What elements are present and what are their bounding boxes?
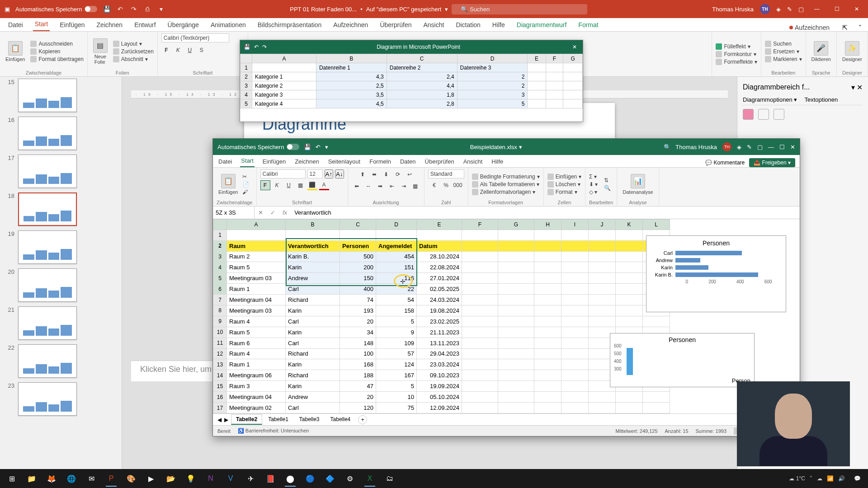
xl-namebox[interactable]: 5Z x 3S [213, 206, 255, 219]
xl-delete-cells[interactable]: Löschen ▾ [547, 181, 581, 188]
section-button[interactable]: Abschnitt ▾ [113, 56, 154, 62]
save-icon[interactable]: 💾 [103, 5, 111, 13]
col-header-K[interactable]: K [616, 220, 643, 230]
fill-icon[interactable] [743, 109, 754, 120]
tb-obs[interactable]: ⬤ [281, 470, 299, 487]
xl-tab-seitenlayout[interactable]: Seitenlayout [327, 156, 362, 167]
underline-button[interactable]: U [185, 45, 195, 55]
xl-bold-button[interactable]: F [260, 180, 270, 190]
search-box[interactable]: 🔍 Suchen [452, 4, 587, 14]
start-button[interactable]: ⊞ [3, 470, 21, 487]
layout-button[interactable]: Layout ▾ [113, 41, 154, 47]
tab-bildschirm[interactable]: Bildschirmpräsentation [256, 19, 324, 31]
slide-thumb-15[interactable]: 15 [4, 79, 118, 112]
xl-align-bot[interactable]: ⬇ [381, 169, 391, 179]
xl-autosum[interactable]: Σ ▾ [589, 174, 598, 180]
reset-button[interactable]: Zurücksetzen [113, 48, 154, 55]
col-header-I[interactable]: I [561, 220, 589, 230]
italic-button[interactable]: K [173, 45, 183, 55]
tab-animationen[interactable]: Animationen [209, 19, 248, 31]
col-header-D[interactable]: D [376, 220, 417, 230]
xl-embedded-chart-2[interactable]: Personen 600500400300 Person [610, 333, 755, 387]
xl-undo-icon[interactable]: ↶ [316, 144, 321, 150]
collapse-ribbon-icon[interactable]: ˅ [859, 24, 862, 31]
xl-fillcolor-button[interactable]: ⬛ [307, 180, 317, 190]
xl-minimize-button[interactable]: — [768, 144, 774, 150]
qat-dropdown-icon[interactable]: ▾ [157, 5, 165, 13]
weather-widget[interactable]: ☁ 1°C [789, 475, 805, 482]
col-header-F[interactable]: F [462, 220, 498, 230]
tab-dictation[interactable]: Dictation [454, 19, 482, 31]
xl-tab-formeln[interactable]: Formeln [368, 156, 392, 167]
xl-tab-zeichnen[interactable]: Zeichnen [294, 156, 320, 167]
tab-ansicht[interactable]: Ansicht [421, 19, 446, 31]
xl-wrap[interactable]: ↩ [405, 169, 415, 179]
tab-uebergaenge[interactable]: Übergänge [166, 19, 201, 31]
xl-embedded-chart-1[interactable]: Personen CarlAndrewKarinKarin B. 0200400… [646, 235, 786, 312]
xl-user-avatar[interactable]: TH [722, 142, 731, 151]
paste-button[interactable]: 📋Einfügen [4, 40, 27, 63]
datasheet-close-button[interactable]: ✕ [570, 44, 579, 50]
xl-tab-start[interactable]: Start [240, 155, 254, 167]
xl-autosave-toggle[interactable] [287, 144, 299, 150]
xl-window-icon[interactable]: ▢ [757, 144, 763, 150]
xl-fill[interactable]: ⬇ ▾ [589, 181, 598, 188]
autosave-toggle[interactable]: Automatisches Speichern [15, 6, 97, 13]
col-header-A[interactable]: A [227, 220, 286, 230]
col-header-L[interactable]: L [643, 220, 670, 230]
ds-save-icon[interactable]: 💾 [244, 44, 250, 50]
xl-font-select[interactable]: Calibri [260, 169, 306, 178]
tab-start[interactable]: Start [33, 18, 50, 31]
xl-cond-format[interactable]: Bedingte Formatierung ▾ [472, 174, 540, 180]
ds-undo-icon[interactable]: ↶ [254, 44, 259, 50]
xl-status-access[interactable]: ♿ Barrierefreiheit: Untersuchen [238, 428, 309, 434]
xl-cell-styles[interactable]: Zellenformatvorlagen ▾ [472, 189, 540, 195]
slide-thumb-20[interactable]: 20 [4, 268, 118, 302]
tab-entwurf[interactable]: Entwurf [132, 19, 157, 31]
tb-app3[interactable]: 💡 [182, 470, 200, 487]
shape-fill-button[interactable]: Fülleffekt ▾ [716, 43, 757, 50]
xl-orient[interactable]: ⟳ [393, 169, 403, 179]
xl-tab-daten[interactable]: Daten [399, 156, 417, 167]
tb-vlc[interactable]: ▶ [142, 470, 160, 487]
shape-effects-button[interactable]: Formeffekte ▾ [716, 59, 757, 65]
pen-icon[interactable]: ✎ [787, 6, 792, 13]
xl-merge[interactable]: ▦ [410, 181, 420, 191]
tab-aufzeichnen[interactable]: Aufzeichnen [331, 19, 370, 31]
window-icon[interactable]: ▢ [798, 6, 804, 13]
xl-indent-inc[interactable]: ⇥ [399, 181, 409, 191]
xl-align-top[interactable]: ⬆ [358, 169, 368, 179]
slide-thumb-17[interactable]: 17 [4, 155, 118, 188]
format-close-icon[interactable]: ✕ [857, 84, 863, 91]
ds-redo-icon[interactable]: ↷ [262, 44, 267, 50]
minimize-button[interactable]: — [810, 5, 824, 14]
slide-thumb-18[interactable]: 18 [4, 192, 118, 226]
qat-icon[interactable]: ⎙ [143, 5, 151, 13]
xl-fontsize-select[interactable]: 12 [307, 169, 323, 178]
xl-align-center[interactable]: ↔ [363, 181, 373, 191]
undo-icon[interactable]: ↶ [116, 5, 124, 13]
tab-datei[interactable]: Datei [6, 19, 25, 31]
tab-diagrammentwurf[interactable]: Diagrammentwurf [515, 19, 568, 31]
tb-app6[interactable]: 🔷 [321, 470, 339, 487]
col-header-G[interactable]: G [498, 220, 534, 230]
find-button[interactable]: Suchen [765, 41, 802, 47]
xl-insert-cells[interactable]: Einfügen ▾ [547, 174, 581, 180]
xl-comments-button[interactable]: 💬 Kommentare [705, 160, 745, 166]
tb-chrome[interactable]: 🌐 [62, 470, 80, 487]
size-icon[interactable] [774, 109, 784, 120]
tab-hilfe[interactable]: Hilfe [491, 19, 507, 31]
xl-fx-icon[interactable]: fx [279, 209, 291, 216]
xl-grow-font[interactable]: A↑ [325, 169, 334, 178]
sheet-tab-Tabelle2[interactable]: Tabelle2 [231, 414, 262, 425]
xl-align-mid[interactable]: ⬌ [369, 169, 379, 179]
font-select[interactable]: Calibri (Textkörper) [161, 33, 229, 42]
tab-zeichnen[interactable]: Zeichnen [95, 19, 125, 31]
diamond-icon[interactable]: ◈ [776, 6, 781, 13]
xl-diamond-icon[interactable]: ◈ [737, 144, 741, 150]
xl-grid-area[interactable]: ABCDEFGHIJKL12RaumVerantwortlichPersonen… [213, 219, 800, 413]
maximize-button[interactable]: ☐ [830, 5, 844, 14]
xl-paste-button[interactable]: 📋Einfügen [217, 173, 240, 196]
cut-button[interactable]: Ausschneiden [30, 41, 83, 47]
slide-thumb-21[interactable]: 21 [4, 306, 118, 340]
